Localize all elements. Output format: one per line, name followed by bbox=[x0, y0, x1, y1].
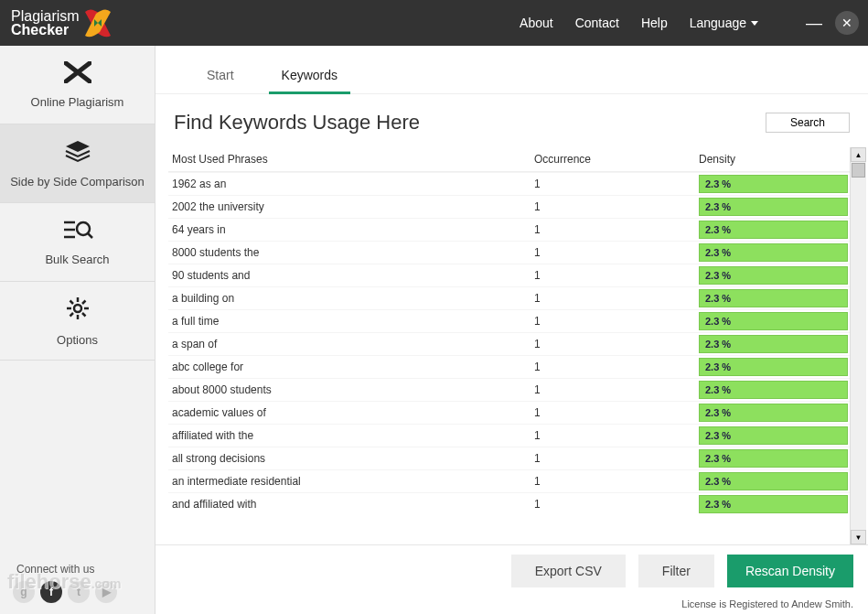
layers-icon bbox=[64, 139, 91, 169]
table-row[interactable]: 8000 students the12.3 % bbox=[168, 241, 850, 264]
menu-contact[interactable]: Contact bbox=[575, 16, 619, 30]
tab-keywords[interactable]: Keywords bbox=[258, 59, 361, 93]
gear-icon bbox=[65, 296, 91, 328]
cell-occurrence: 1 bbox=[534, 429, 699, 442]
cell-occurrence: 1 bbox=[534, 361, 699, 373]
table-row[interactable]: abc college for12.3 % bbox=[168, 355, 850, 378]
sidebar-item-online-plagiarism[interactable]: Online Plagiarism bbox=[0, 46, 155, 124]
svg-line-4 bbox=[88, 233, 92, 238]
cell-density: 2.3 % bbox=[699, 221, 848, 239]
menu-about[interactable]: About bbox=[520, 16, 553, 30]
table-row[interactable]: a span of12.3 % bbox=[168, 332, 850, 355]
menu-language[interactable]: Language bbox=[690, 16, 758, 30]
export-csv-button[interactable]: Export CSV bbox=[511, 555, 626, 587]
cell-phrase: academic values of bbox=[168, 406, 534, 419]
sidebar-item-label: Online Plagiarism bbox=[31, 95, 124, 109]
window-controls: — ✕ bbox=[802, 11, 859, 35]
cell-density: 2.3 % bbox=[699, 381, 848, 399]
svg-line-10 bbox=[70, 300, 73, 304]
cell-density: 2.3 % bbox=[699, 426, 848, 445]
minimize-button[interactable]: — bbox=[802, 11, 826, 35]
logo-line2: Checker bbox=[11, 22, 69, 38]
footer-bar: Export CSV Filter Rescan Density bbox=[155, 544, 868, 596]
table-row[interactable]: academic values of12.3 % bbox=[168, 401, 850, 424]
close-button[interactable]: ✕ bbox=[835, 11, 859, 35]
facebook-icon[interactable]: f bbox=[40, 581, 62, 603]
page-heading: Find Keywords Usage Here bbox=[174, 111, 420, 135]
cell-density: 2.3 % bbox=[699, 266, 848, 285]
table-row[interactable]: and affiliated with12.3 % bbox=[168, 492, 850, 515]
cell-phrase: 64 years in bbox=[168, 223, 534, 236]
cell-density: 2.3 % bbox=[699, 312, 848, 330]
cell-phrase: a full time bbox=[168, 315, 534, 328]
table-row[interactable]: 1962 as an12.3 % bbox=[168, 172, 850, 195]
header-occurrence[interactable]: Occurrence bbox=[534, 153, 699, 166]
cell-density: 2.3 % bbox=[699, 449, 848, 468]
svg-line-13 bbox=[70, 313, 73, 317]
cell-density: 2.3 % bbox=[699, 289, 848, 307]
cell-density: 2.3 % bbox=[699, 243, 848, 262]
cell-density: 2.3 % bbox=[699, 198, 848, 216]
social-row: g f t ▶ bbox=[13, 581, 145, 603]
cell-density: 2.3 % bbox=[699, 495, 848, 513]
search-button[interactable]: Search bbox=[766, 113, 850, 133]
tab-start[interactable]: Start bbox=[183, 59, 258, 93]
rescan-density-button[interactable]: Rescan Density bbox=[727, 555, 853, 587]
header-density[interactable]: Density bbox=[699, 153, 850, 166]
cell-density: 2.3 % bbox=[699, 472, 848, 490]
twitter-icon[interactable]: t bbox=[68, 581, 90, 603]
cell-occurrence: 1 bbox=[534, 452, 699, 465]
scroll-down-arrow[interactable]: ▼ bbox=[851, 530, 866, 544]
table-row[interactable]: 64 years in12.3 % bbox=[168, 218, 850, 241]
title-bar: Plagiarism Checker About Contact Help La… bbox=[0, 0, 868, 46]
keywords-table: Most Used Phrases Occurrence Density 196… bbox=[155, 147, 868, 544]
sidebar-item-options[interactable]: Options bbox=[0, 282, 155, 361]
menu-help[interactable]: Help bbox=[641, 16, 668, 30]
table-row[interactable]: an intermediate residential12.3 % bbox=[168, 469, 850, 492]
google-plus-icon[interactable]: g bbox=[13, 581, 35, 603]
cell-phrase: a span of bbox=[168, 338, 534, 350]
cell-phrase: 8000 students the bbox=[168, 246, 534, 259]
cell-occurrence: 1 bbox=[534, 338, 699, 350]
svg-line-11 bbox=[82, 313, 86, 317]
cell-phrase: all strong decisions bbox=[168, 452, 534, 465]
cell-phrase: 90 students and bbox=[168, 269, 534, 282]
cell-occurrence: 1 bbox=[534, 498, 699, 511]
cell-occurrence: 1 bbox=[534, 292, 699, 305]
cell-phrase: abc college for bbox=[168, 361, 534, 373]
table-row[interactable]: a full time12.3 % bbox=[168, 309, 850, 332]
youtube-icon[interactable]: ▶ bbox=[95, 581, 117, 603]
table-row[interactable]: 90 students and12.3 % bbox=[168, 264, 850, 286]
sidebar-item-bulk-search[interactable]: Bulk Search bbox=[0, 203, 155, 282]
cell-phrase: 1962 as an bbox=[168, 178, 534, 190]
cell-density: 2.3 % bbox=[699, 175, 848, 193]
sidebar-item-side-by-side[interactable]: Side by Side Comparison bbox=[0, 124, 155, 203]
table-row[interactable]: all strong decisions12.3 % bbox=[168, 447, 850, 469]
app-logo: Plagiarism Checker bbox=[9, 5, 116, 41]
scroll-up-arrow[interactable]: ▲ bbox=[851, 147, 866, 162]
cell-occurrence: 1 bbox=[534, 475, 699, 488]
logo-text: Plagiarism Checker bbox=[11, 9, 80, 37]
vertical-scrollbar[interactable]: ▲ ▼ bbox=[850, 147, 866, 544]
table-row[interactable]: about 8000 students12.3 % bbox=[168, 378, 850, 401]
filter-button[interactable]: Filter bbox=[638, 555, 714, 587]
table-row[interactable]: a building on12.3 % bbox=[168, 286, 850, 309]
cell-occurrence: 1 bbox=[534, 406, 699, 419]
cell-phrase: 2002 the university bbox=[168, 200, 534, 213]
top-menu: About Contact Help Language — ✕ bbox=[520, 11, 859, 35]
cell-occurrence: 1 bbox=[534, 178, 699, 190]
scroll-thumb[interactable] bbox=[852, 163, 865, 178]
cell-density: 2.3 % bbox=[699, 335, 848, 353]
svg-line-12 bbox=[82, 300, 86, 304]
svg-point-5 bbox=[74, 305, 81, 312]
cell-phrase: a building on bbox=[168, 292, 534, 305]
cell-occurrence: 1 bbox=[534, 269, 699, 282]
table-row[interactable]: 2002 the university12.3 % bbox=[168, 195, 850, 218]
table-body: 1962 as an12.3 %2002 the university12.3 … bbox=[168, 172, 850, 515]
header-phrase[interactable]: Most Used Phrases bbox=[168, 153, 534, 166]
table-row[interactable]: affiliated with the12.3 % bbox=[168, 424, 850, 447]
connect-label: Connect with us bbox=[16, 563, 145, 576]
cell-occurrence: 1 bbox=[534, 315, 699, 328]
logo-x-icon bbox=[80, 5, 116, 41]
cell-phrase: affiliated with the bbox=[168, 429, 534, 442]
